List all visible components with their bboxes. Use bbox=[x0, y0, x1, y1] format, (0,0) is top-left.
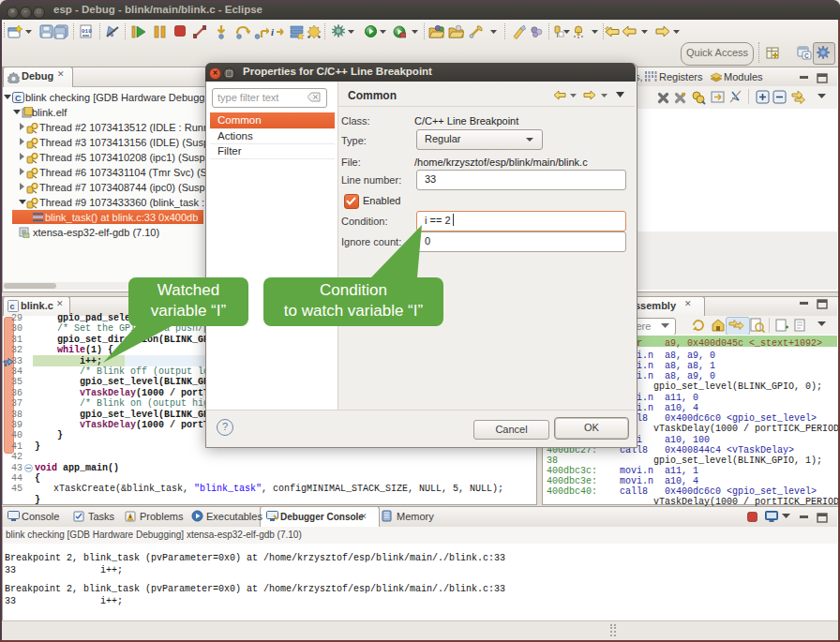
svg-text:010: 010 bbox=[82, 28, 92, 35]
svg-text:C: C bbox=[15, 94, 22, 103]
svg-text:i: i bbox=[271, 26, 275, 37]
svg-text:C: C bbox=[804, 52, 809, 59]
svg-text:c: c bbox=[10, 302, 15, 311]
